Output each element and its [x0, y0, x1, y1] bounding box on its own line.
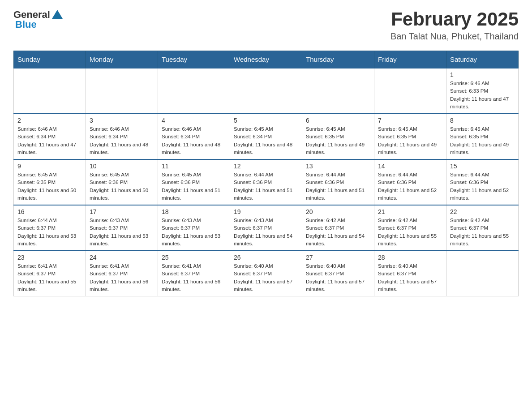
calendar-day-cell: 23Sunrise: 6:41 AM Sunset: 6:37 PM Dayli…: [14, 251, 86, 296]
calendar-day-cell: 24Sunrise: 6:41 AM Sunset: 6:37 PM Dayli…: [86, 251, 158, 296]
day-number: 9: [17, 163, 82, 170]
calendar-day-header: Monday: [86, 51, 158, 68]
logo-blue-text: Blue: [13, 19, 37, 30]
day-info: Sunrise: 6:43 AM Sunset: 6:37 PM Dayligh…: [234, 217, 298, 248]
calendar-table: SundayMondayTuesdayWednesdayThursdayFrid…: [13, 51, 519, 296]
calendar-day-cell: 1Sunrise: 6:46 AM Sunset: 6:33 PM Daylig…: [446, 68, 519, 114]
day-number: 17: [90, 208, 154, 215]
day-info: Sunrise: 6:41 AM Sunset: 6:37 PM Dayligh…: [90, 262, 154, 293]
calendar-day-cell: [302, 68, 374, 114]
title-block: February 2025 Ban Talat Nua, Phuket, Tha…: [390, 9, 519, 42]
calendar-day-cell: 18Sunrise: 6:43 AM Sunset: 6:37 PM Dayli…: [158, 205, 230, 251]
calendar-day-cell: 6Sunrise: 6:45 AM Sunset: 6:35 PM Daylig…: [302, 114, 374, 159]
page-header: General Blue February 2025 Ban Talat Nua…: [13, 9, 519, 42]
day-info: Sunrise: 6:46 AM Sunset: 6:33 PM Dayligh…: [450, 80, 515, 111]
calendar-day-cell: 13Sunrise: 6:44 AM Sunset: 6:36 PM Dayli…: [302, 159, 374, 205]
logo: General Blue: [13, 9, 63, 30]
day-info: Sunrise: 6:44 AM Sunset: 6:36 PM Dayligh…: [450, 171, 515, 202]
day-number: 21: [378, 208, 442, 215]
calendar-day-cell: 9Sunrise: 6:45 AM Sunset: 6:35 PM Daylig…: [14, 159, 86, 205]
day-info: Sunrise: 6:43 AM Sunset: 6:37 PM Dayligh…: [162, 217, 226, 248]
calendar-day-cell: 26Sunrise: 6:40 AM Sunset: 6:37 PM Dayli…: [230, 251, 302, 296]
calendar-day-cell: 27Sunrise: 6:40 AM Sunset: 6:37 PM Dayli…: [302, 251, 374, 296]
day-info: Sunrise: 6:41 AM Sunset: 6:37 PM Dayligh…: [162, 262, 226, 293]
day-number: 12: [234, 163, 298, 170]
calendar-week-row: 1Sunrise: 6:46 AM Sunset: 6:33 PM Daylig…: [14, 68, 519, 114]
day-info: Sunrise: 6:42 AM Sunset: 6:37 PM Dayligh…: [378, 217, 442, 248]
calendar-day-cell: 21Sunrise: 6:42 AM Sunset: 6:37 PM Dayli…: [374, 205, 446, 251]
day-number: 1: [450, 71, 515, 78]
day-info: Sunrise: 6:44 AM Sunset: 6:37 PM Dayligh…: [17, 217, 82, 248]
calendar-day-cell: 10Sunrise: 6:45 AM Sunset: 6:36 PM Dayli…: [86, 159, 158, 205]
calendar-day-cell: 28Sunrise: 6:40 AM Sunset: 6:37 PM Dayli…: [374, 251, 446, 296]
day-number: 22: [450, 208, 515, 215]
calendar-week-row: 2Sunrise: 6:46 AM Sunset: 6:34 PM Daylig…: [14, 114, 519, 159]
calendar-day-header: Thursday: [302, 51, 374, 68]
day-number: 8: [450, 117, 515, 124]
day-info: Sunrise: 6:45 AM Sunset: 6:35 PM Dayligh…: [450, 125, 515, 156]
calendar-day-header: Sunday: [14, 51, 86, 68]
calendar-subtitle: Ban Talat Nua, Phuket, Thailand: [390, 31, 519, 42]
day-info: Sunrise: 6:45 AM Sunset: 6:36 PM Dayligh…: [162, 171, 226, 202]
calendar-day-header: Saturday: [446, 51, 519, 68]
day-number: 26: [234, 254, 298, 261]
day-info: Sunrise: 6:43 AM Sunset: 6:37 PM Dayligh…: [90, 217, 154, 248]
calendar-day-cell: 25Sunrise: 6:41 AM Sunset: 6:37 PM Dayli…: [158, 251, 230, 296]
calendar-day-cell: 14Sunrise: 6:44 AM Sunset: 6:36 PM Dayli…: [374, 159, 446, 205]
day-info: Sunrise: 6:44 AM Sunset: 6:36 PM Dayligh…: [378, 171, 442, 202]
day-number: 11: [162, 163, 226, 170]
calendar-day-cell: [158, 68, 230, 114]
day-info: Sunrise: 6:45 AM Sunset: 6:35 PM Dayligh…: [378, 125, 442, 156]
day-number: 13: [306, 163, 370, 170]
day-number: 23: [17, 254, 82, 261]
day-number: 27: [306, 254, 370, 261]
calendar-day-cell: 12Sunrise: 6:44 AM Sunset: 6:36 PM Dayli…: [230, 159, 302, 205]
calendar-title: February 2025: [390, 9, 519, 30]
calendar-week-row: 23Sunrise: 6:41 AM Sunset: 6:37 PM Dayli…: [14, 251, 519, 296]
day-info: Sunrise: 6:45 AM Sunset: 6:36 PM Dayligh…: [90, 171, 154, 202]
day-number: 14: [378, 163, 442, 170]
calendar-day-cell: [230, 68, 302, 114]
day-info: Sunrise: 6:46 AM Sunset: 6:34 PM Dayligh…: [162, 125, 226, 156]
calendar-day-cell: [86, 68, 158, 114]
day-number: 5: [234, 117, 298, 124]
calendar-day-cell: 16Sunrise: 6:44 AM Sunset: 6:37 PM Dayli…: [14, 205, 86, 251]
day-info: Sunrise: 6:40 AM Sunset: 6:37 PM Dayligh…: [306, 262, 370, 293]
calendar-week-row: 9Sunrise: 6:45 AM Sunset: 6:35 PM Daylig…: [14, 159, 519, 205]
calendar-day-cell: 4Sunrise: 6:46 AM Sunset: 6:34 PM Daylig…: [158, 114, 230, 159]
day-info: Sunrise: 6:45 AM Sunset: 6:35 PM Dayligh…: [17, 171, 82, 202]
calendar-day-cell: 2Sunrise: 6:46 AM Sunset: 6:34 PM Daylig…: [14, 114, 86, 159]
calendar-day-header: Friday: [374, 51, 446, 68]
day-info: Sunrise: 6:46 AM Sunset: 6:34 PM Dayligh…: [17, 125, 82, 156]
day-number: 10: [90, 163, 154, 170]
day-info: Sunrise: 6:41 AM Sunset: 6:37 PM Dayligh…: [17, 262, 82, 293]
day-number: 16: [17, 208, 82, 215]
calendar-day-cell: 7Sunrise: 6:45 AM Sunset: 6:35 PM Daylig…: [374, 114, 446, 159]
calendar-day-cell: [446, 251, 519, 296]
day-number: 19: [234, 208, 298, 215]
day-info: Sunrise: 6:45 AM Sunset: 6:34 PM Dayligh…: [234, 125, 298, 156]
calendar-day-cell: [374, 68, 446, 114]
day-number: 15: [450, 163, 515, 170]
calendar-day-cell: 5Sunrise: 6:45 AM Sunset: 6:34 PM Daylig…: [230, 114, 302, 159]
day-number: 20: [306, 208, 370, 215]
day-number: 7: [378, 117, 442, 124]
day-info: Sunrise: 6:40 AM Sunset: 6:37 PM Dayligh…: [234, 262, 298, 293]
day-info: Sunrise: 6:42 AM Sunset: 6:37 PM Dayligh…: [306, 217, 370, 248]
day-number: 25: [162, 254, 226, 261]
calendar-day-header: Tuesday: [158, 51, 230, 68]
day-info: Sunrise: 6:42 AM Sunset: 6:37 PM Dayligh…: [450, 217, 515, 248]
day-number: 3: [90, 117, 154, 124]
calendar-day-cell: 19Sunrise: 6:43 AM Sunset: 6:37 PM Dayli…: [230, 205, 302, 251]
day-info: Sunrise: 6:45 AM Sunset: 6:35 PM Dayligh…: [306, 125, 370, 156]
calendar-day-cell: 8Sunrise: 6:45 AM Sunset: 6:35 PM Daylig…: [446, 114, 519, 159]
calendar-day-cell: 17Sunrise: 6:43 AM Sunset: 6:37 PM Dayli…: [86, 205, 158, 251]
calendar-day-cell: [14, 68, 86, 114]
calendar-day-cell: 3Sunrise: 6:46 AM Sunset: 6:34 PM Daylig…: [86, 114, 158, 159]
day-number: 18: [162, 208, 226, 215]
day-number: 6: [306, 117, 370, 124]
calendar-week-row: 16Sunrise: 6:44 AM Sunset: 6:37 PM Dayli…: [14, 205, 519, 251]
logo-triangle-icon: [52, 10, 63, 19]
calendar-day-cell: 11Sunrise: 6:45 AM Sunset: 6:36 PM Dayli…: [158, 159, 230, 205]
day-info: Sunrise: 6:44 AM Sunset: 6:36 PM Dayligh…: [306, 171, 370, 202]
